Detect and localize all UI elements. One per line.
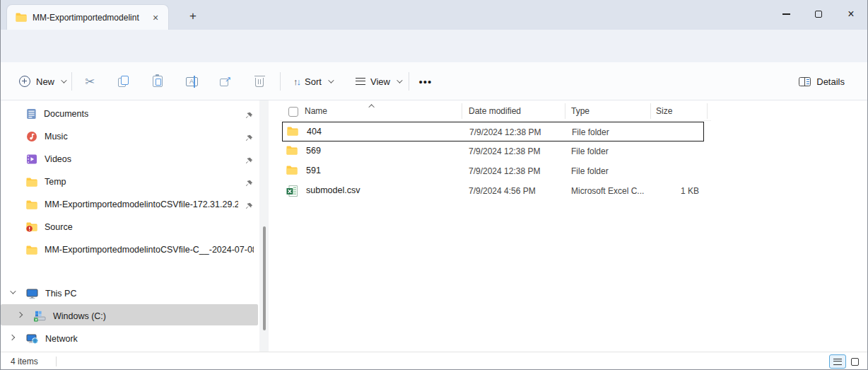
pin-icon bbox=[245, 155, 253, 168]
network-icon bbox=[26, 333, 38, 345]
file-type: File folder bbox=[571, 166, 609, 176]
cut-button[interactable]: ✂ bbox=[76, 69, 104, 94]
folder-icon bbox=[286, 146, 298, 155]
file-name: 591 bbox=[306, 166, 321, 175]
toolbar-divider bbox=[409, 72, 409, 91]
sidebar-item-temp[interactable]: Temp bbox=[26, 171, 66, 192]
folder-error-icon bbox=[26, 222, 37, 232]
file-row-569[interactable]: 569 7/9/2024 12:38 PM File folder bbox=[282, 141, 704, 161]
chevron-down-icon bbox=[328, 77, 334, 83]
file-name: 569 bbox=[306, 146, 321, 156]
sidebar-item-label: Temp bbox=[45, 177, 66, 187]
excel-csv-icon bbox=[286, 185, 298, 197]
sidebar-item-documents[interactable]: Documents bbox=[26, 103, 88, 125]
sidebar-item-windows-c[interactable]: Windows (C:) bbox=[33, 306, 106, 327]
this-pc-monitor-icon bbox=[26, 288, 38, 299]
view-list-icon bbox=[356, 78, 365, 85]
chevron-down-icon bbox=[397, 77, 402, 83]
new-button[interactable]: New bbox=[12, 69, 72, 94]
sidebar-item-music[interactable]: Music bbox=[26, 126, 68, 147]
file-name: submodel.csv bbox=[306, 185, 360, 195]
details-view-button[interactable] bbox=[829, 354, 846, 369]
column-header-type[interactable]: Type bbox=[571, 106, 590, 116]
paste-button[interactable] bbox=[143, 69, 172, 94]
column-separator[interactable] bbox=[565, 103, 565, 119]
sidebar-item-label: Windows (C:) bbox=[53, 311, 106, 321]
status-divider bbox=[56, 357, 57, 366]
file-row-404[interactable]: 404 7/9/2024 12:38 PM File folder bbox=[282, 122, 704, 141]
tab-close-icon[interactable]: × bbox=[148, 11, 163, 25]
folder-icon bbox=[26, 200, 37, 209]
details-pane-button[interactable]: Details bbox=[794, 69, 849, 94]
sort-button-label: Sort bbox=[305, 76, 322, 87]
status-bar: 4 items bbox=[1, 352, 867, 370]
trash-icon bbox=[255, 78, 264, 87]
column-header-date[interactable]: Date modified bbox=[469, 106, 521, 116]
copy-icon bbox=[118, 76, 129, 87]
rename-button[interactable]: A bbox=[177, 69, 206, 94]
sort-button[interactable]: ↑↓ Sort bbox=[286, 69, 339, 94]
details-pane-label: Details bbox=[816, 76, 845, 87]
copy-button[interactable] bbox=[110, 69, 138, 94]
rename-icon: A bbox=[186, 77, 198, 86]
file-date: 7/9/2024 12:38 PM bbox=[469, 166, 540, 176]
sidebar-item-mm-export-0708[interactable]: MM-ExportimportedmodelintoCSVfile-C__-20… bbox=[26, 239, 254, 260]
icons-view-icon bbox=[851, 358, 859, 366]
header-divider bbox=[280, 120, 711, 121]
pin-icon bbox=[245, 132, 253, 145]
select-all-checkbox[interactable] bbox=[288, 107, 298, 117]
view-button-label: View bbox=[370, 76, 390, 87]
sidebar-item-source[interactable]: Source bbox=[26, 216, 73, 238]
delete-button[interactable] bbox=[245, 69, 274, 94]
pin-icon bbox=[245, 200, 253, 213]
folder-icon bbox=[286, 166, 298, 175]
minimize-icon bbox=[782, 13, 790, 14]
sidebar-item-this-pc[interactable]: This PC bbox=[26, 283, 76, 304]
share-button[interactable] bbox=[211, 69, 240, 94]
column-separator[interactable] bbox=[707, 103, 708, 119]
column-separator[interactable] bbox=[650, 103, 651, 119]
file-row-submodel-csv[interactable]: submodel.csv 7/9/2024 4:56 PM Microsoft … bbox=[282, 181, 704, 201]
tab-bar: MM-Exportimportedmodelint × + × bbox=[1, 0, 867, 30]
file-row-591[interactable]: 591 7/9/2024 12:38 PM File folder bbox=[282, 161, 704, 181]
pin-icon bbox=[245, 178, 253, 190]
close-button[interactable]: × bbox=[835, 0, 867, 28]
share-icon bbox=[220, 76, 231, 86]
column-separator[interactable] bbox=[462, 103, 462, 119]
sidebar-item-videos[interactable]: Videos bbox=[26, 149, 71, 170]
sort-ascending-icon bbox=[368, 104, 374, 110]
windows-drive-icon bbox=[33, 311, 46, 322]
documents-icon bbox=[26, 108, 37, 120]
sidebar-item-mm-export-172[interactable]: MM-ExportimportedmodelintoCSVfile-172.31… bbox=[26, 194, 238, 215]
items-count: 4 items bbox=[11, 357, 38, 366]
file-date: 7/9/2024 4:56 PM bbox=[469, 186, 536, 196]
chevron-down-icon bbox=[61, 77, 66, 83]
new-tab-button[interactable]: + bbox=[183, 7, 203, 25]
sidebar-item-network[interactable]: Network bbox=[26, 328, 78, 349]
sidebar-item-label: MM-ExportimportedmodelintoCSVfile-C__-20… bbox=[45, 245, 254, 255]
column-header-size[interactable]: Size bbox=[656, 106, 672, 116]
explorer-tab[interactable]: MM-Exportimportedmodelint × bbox=[6, 4, 169, 30]
expander-chevron-icon[interactable] bbox=[9, 335, 15, 340]
navigation-pane: Documents Music Videos Temp MM-Exportimp… bbox=[1, 100, 269, 352]
new-button-label: New bbox=[36, 76, 54, 87]
file-list-pane: Name Date modified Type Size 404 7/9/202… bbox=[280, 100, 868, 352]
minimize-button[interactable] bbox=[770, 0, 802, 28]
cut-icon: ✂ bbox=[85, 74, 95, 89]
icons-view-button[interactable] bbox=[846, 354, 863, 369]
file-date: 7/9/2024 12:38 PM bbox=[469, 146, 540, 156]
sidebar-item-label: Music bbox=[45, 132, 68, 141]
sidebar-item-label: Videos bbox=[45, 154, 71, 164]
maximize-button[interactable] bbox=[802, 0, 835, 28]
view-button[interactable]: View bbox=[348, 69, 408, 94]
folder-icon bbox=[16, 13, 27, 22]
sidebar-scrollbar-thumb[interactable] bbox=[263, 226, 266, 330]
content-area: Documents Music Videos Temp MM-Exportimp… bbox=[1, 100, 867, 352]
address-bar-row: ← → ↑ … Windows (C:) Temp MM-Exportimpor… bbox=[1, 30, 867, 62]
file-type: File folder bbox=[572, 127, 609, 137]
see-more-button[interactable]: ••• bbox=[414, 69, 438, 94]
column-header-name[interactable]: Name bbox=[305, 106, 327, 116]
expander-chevron-icon[interactable] bbox=[10, 288, 16, 294]
details-view-icon bbox=[833, 359, 842, 365]
file-date: 7/9/2024 12:38 PM bbox=[469, 127, 541, 137]
